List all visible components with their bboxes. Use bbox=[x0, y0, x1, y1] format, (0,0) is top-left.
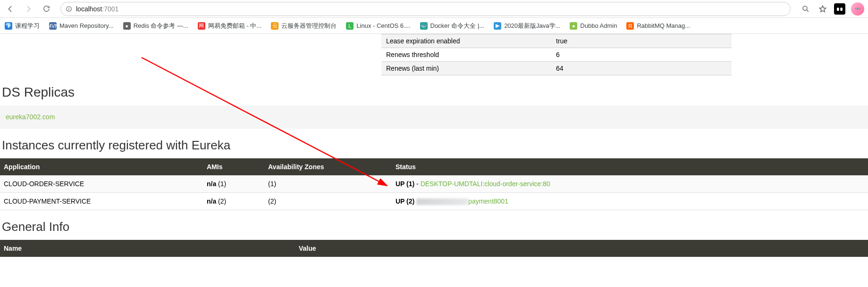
instances-heading: Instances currently registered with Eure… bbox=[2, 138, 868, 153]
cell-ami: n/a (1) bbox=[203, 175, 264, 193]
bookmark-favicon: 网 bbox=[198, 22, 205, 30]
redacted-host bbox=[416, 198, 468, 205]
table-row: CLOUD-ORDER-SERVICEn/a (1)(1)UP (1) - DE… bbox=[0, 175, 868, 193]
magnifier-icon bbox=[801, 5, 810, 13]
instances-col-amis: AMIs bbox=[203, 158, 264, 175]
nav-reload-button[interactable] bbox=[40, 2, 53, 16]
bookmarks-bar: 💎课程学习MVNMaven Repository...●Redis 命令参考 —… bbox=[0, 18, 868, 34]
bookmark-label: Docker 命令大全 |... bbox=[430, 22, 485, 30]
ds-replicas-panel: eureka7002.com bbox=[0, 106, 868, 129]
cell-availability-zone: (2) bbox=[264, 193, 392, 210]
zoom-button[interactable] bbox=[800, 3, 811, 15]
info-icon bbox=[66, 6, 72, 12]
bookmark-favicon: 云 bbox=[271, 22, 278, 30]
bookmark-label: RabbitMQ Manag... bbox=[637, 22, 690, 29]
server-info-key: Renews threshold bbox=[381, 48, 551, 61]
table-row: CLOUD-PAYMENT-SERVICEn/a (2)(2)UP (2) pa… bbox=[0, 193, 868, 210]
star-icon bbox=[818, 5, 827, 13]
instances-col-application: Application bbox=[0, 158, 203, 175]
instances-table: Application AMIs Availability Zones Stat… bbox=[0, 158, 868, 210]
instances-col-availability-zones: Availability Zones bbox=[264, 158, 392, 175]
bookmark-item[interactable]: LLinux - CentOS 6.... bbox=[346, 22, 410, 30]
bookmark-favicon: R bbox=[626, 22, 634, 30]
cell-status: UP (1) - DESKTOP-UMDTALI:cloud-order-ser… bbox=[392, 175, 868, 193]
extension-button[interactable] bbox=[834, 3, 845, 15]
cell-status: UP (2) payment8001 bbox=[392, 193, 868, 210]
arrow-left-icon bbox=[6, 5, 15, 13]
server-info-value: true bbox=[551, 34, 732, 48]
general-info-table: Name Value bbox=[0, 240, 868, 257]
bookmark-item[interactable]: ●Redis 命令参考 —... bbox=[123, 22, 188, 30]
svg-rect-6 bbox=[840, 8, 843, 11]
cell-ami: n/a (2) bbox=[203, 193, 264, 210]
server-info-row: Renews (last min)64 bbox=[381, 62, 732, 75]
svg-rect-5 bbox=[837, 8, 839, 11]
bookmark-item[interactable]: 💎课程学习 bbox=[5, 22, 40, 30]
instance-link[interactable]: DESKTOP-UMDTALI:cloud-order-service:80 bbox=[421, 180, 550, 188]
bookmark-favicon: ● bbox=[570, 22, 577, 30]
bookmark-label: Linux - CentOS 6.... bbox=[356, 22, 410, 29]
cell-availability-zone: (1) bbox=[264, 175, 392, 193]
bookmark-item[interactable]: 网网易免费邮箱 - 中... bbox=[198, 22, 261, 30]
bookmark-label: 2020最新版Java学... bbox=[504, 22, 560, 30]
page-content: Lease expiration enabledtrueRenews thres… bbox=[0, 34, 868, 276]
address-bar[interactable]: localhost:7001 bbox=[60, 2, 791, 16]
instance-link[interactable]: payment8001 bbox=[468, 197, 508, 205]
server-info-table: Lease expiration enabledtrueRenews thres… bbox=[381, 34, 732, 75]
server-info-value: 6 bbox=[551, 48, 732, 61]
bookmark-favicon: MVN bbox=[49, 22, 57, 30]
toolbar-right-icons: 👓 bbox=[800, 2, 864, 16]
server-info-row: Lease expiration enabledtrue bbox=[381, 34, 732, 48]
replica-link[interactable]: eureka7002.com bbox=[6, 113, 55, 121]
bookmark-favicon: 🐳 bbox=[420, 22, 428, 30]
nav-back-button[interactable] bbox=[4, 2, 17, 16]
avatar-glasses-icon: 👓 bbox=[855, 6, 860, 11]
bookmark-label: 课程学习 bbox=[15, 22, 40, 30]
svg-line-4 bbox=[807, 10, 809, 12]
cell-application: CLOUD-ORDER-SERVICE bbox=[0, 175, 203, 193]
server-info-key: Lease expiration enabled bbox=[381, 34, 551, 48]
bookmark-label: Redis 命令参考 —... bbox=[134, 22, 188, 30]
bookmark-item[interactable]: ▶2020最新版Java学... bbox=[494, 22, 560, 30]
svg-point-3 bbox=[803, 6, 807, 10]
bookmark-item[interactable]: 🐳Docker 命令大全 |... bbox=[420, 22, 485, 30]
bookmark-favicon: L bbox=[346, 22, 354, 30]
bookmark-item[interactable]: MVNMaven Repository... bbox=[49, 22, 114, 30]
extension-icon bbox=[836, 5, 843, 13]
arrow-right-icon bbox=[24, 5, 33, 13]
bookmark-label: 网易免费邮箱 - 中... bbox=[208, 22, 261, 30]
bookmark-label: Dubbo Admin bbox=[580, 22, 617, 29]
bookmark-favicon: ● bbox=[123, 22, 131, 30]
cell-application: CLOUD-PAYMENT-SERVICE bbox=[0, 193, 203, 210]
svg-point-2 bbox=[68, 7, 69, 8]
url-host: localhost:7001 bbox=[76, 5, 118, 13]
bookmark-label: Maven Repository... bbox=[59, 22, 114, 29]
general-info-col-value: Value bbox=[295, 240, 868, 257]
bookmark-item[interactable]: RRabbitMQ Manag... bbox=[626, 22, 690, 30]
general-info-heading: General Info bbox=[2, 220, 868, 234]
bookmark-favicon: 💎 bbox=[5, 22, 12, 30]
bookmark-label: 云服务器管理控制台 bbox=[281, 22, 337, 30]
bookmark-favicon: ▶ bbox=[494, 22, 501, 30]
server-info-key: Renews (last min) bbox=[381, 62, 551, 75]
instances-col-status: Status bbox=[392, 158, 868, 175]
bookmark-item[interactable]: ●Dubbo Admin bbox=[570, 22, 617, 30]
bookmark-star-button[interactable] bbox=[817, 3, 828, 15]
browser-toolbar: localhost:7001 👓 bbox=[0, 0, 868, 18]
bookmark-item[interactable]: 云云服务器管理控制台 bbox=[271, 22, 337, 30]
nav-forward-button[interactable] bbox=[22, 2, 35, 16]
ds-replicas-heading: DS Replicas bbox=[2, 85, 868, 100]
server-info-value: 64 bbox=[551, 62, 732, 75]
general-info-col-name: Name bbox=[0, 240, 295, 257]
server-info-row: Renews threshold6 bbox=[381, 48, 732, 62]
reload-icon bbox=[42, 5, 51, 13]
profile-avatar[interactable]: 👓 bbox=[851, 2, 864, 16]
